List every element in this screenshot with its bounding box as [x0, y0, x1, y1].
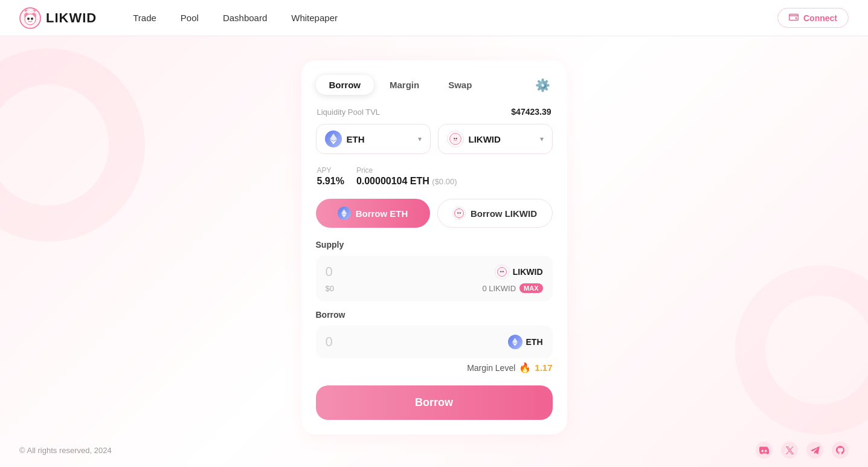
- borrow-asset-buttons: Borrow ETH Borrow LIKWID: [316, 199, 553, 228]
- svg-point-16: [497, 267, 506, 276]
- discord-icon[interactable]: [756, 442, 773, 459]
- borrow-likwid-button[interactable]: Borrow LIKWID: [437, 199, 553, 228]
- tab-margin[interactable]: Margin: [376, 75, 432, 95]
- borrow-eth-label: Borrow ETH: [356, 208, 408, 219]
- price-stat: Price 0.00000104 ETH ($0.00): [356, 166, 457, 187]
- stats-row: APY 5.91% Price 0.00000104 ETH ($0.00): [316, 166, 553, 187]
- token-select-eth[interactable]: ETH ▾: [316, 124, 431, 154]
- nav-trade[interactable]: Trade: [133, 13, 156, 23]
- pool-info: Liquidity Pool TVL $47423.39: [316, 107, 553, 117]
- apy-label: APY: [317, 166, 344, 175]
- svg-point-14: [457, 212, 458, 213]
- svg-point-10: [449, 134, 461, 145]
- likwid-icon: [447, 130, 464, 147]
- borrow-input-row: 0 ETH: [326, 334, 543, 350]
- footer-copyright: © All rights reserved, 2024: [19, 446, 112, 455]
- borrow-likwid-icon: [452, 207, 466, 220]
- github-icon[interactable]: [832, 442, 849, 459]
- supply-token-name: LIKWID: [513, 267, 543, 277]
- borrow-eth-icon: [338, 207, 351, 220]
- brand-name: LIKWID: [46, 10, 97, 26]
- borrow-section-label: Borrow: [316, 310, 553, 320]
- connect-button[interactable]: Connect: [777, 8, 849, 28]
- eth-icon: [325, 130, 342, 147]
- apy-value: 5.91%: [317, 176, 344, 187]
- supply-balance-row: 0 LIKWID MAX: [482, 283, 542, 293]
- nav-whitepaper[interactable]: Whitepaper: [291, 13, 338, 23]
- borrow-card: Borrow Margin Swap ⚙️ Liquidity Pool TVL…: [301, 60, 567, 434]
- borrow-token: ETH: [508, 335, 543, 349]
- supply-section-label: Supply: [316, 240, 553, 250]
- margin-level-row: Margin Level 🔥 1.17: [316, 362, 553, 373]
- telegram-icon[interactable]: [806, 442, 823, 459]
- supply-input-box: 0 LIKWID $0 0 LIKWID MAX: [316, 256, 553, 301]
- apy-stat: APY 5.91%: [317, 166, 344, 187]
- eth-chevron-icon: ▾: [418, 135, 422, 143]
- nav-dashboard[interactable]: Dashboard: [223, 13, 267, 23]
- svg-point-17: [500, 271, 501, 272]
- margin-level-label: Margin Level: [467, 363, 515, 373]
- footer: © All rights reserved, 2024: [0, 433, 868, 467]
- svg-point-3: [25, 14, 36, 25]
- supply-max-button[interactable]: MAX: [519, 283, 542, 293]
- supply-token-icon: [495, 265, 509, 279]
- gear-icon: ⚙️: [535, 79, 550, 92]
- footer-social-icons: [756, 442, 849, 459]
- borrow-token-name: ETH: [526, 337, 543, 347]
- pool-label: Liquidity Pool TVL: [317, 108, 381, 117]
- svg-point-5: [31, 18, 33, 20]
- wallet-icon: [789, 13, 799, 23]
- borrow-input-box: 0 ETH: [316, 326, 553, 358]
- svg-point-18: [502, 271, 503, 272]
- token-selectors: ETH ▾ LIKWID ▾: [316, 124, 553, 154]
- svg-rect-8: [789, 14, 799, 21]
- svg-point-15: [460, 212, 461, 213]
- token-select-likwid[interactable]: LIKWID ▾: [438, 124, 553, 154]
- borrow-submit-button[interactable]: Borrow: [316, 385, 553, 420]
- price-value: 0.00000104 ETH ($0.00): [356, 176, 457, 187]
- pool-value: $47423.39: [511, 107, 551, 117]
- svg-point-12: [455, 138, 457, 139]
- svg-point-13: [454, 208, 463, 217]
- price-eth: 0.00000104 ETH: [356, 176, 429, 186]
- likwid-chevron-icon: ▾: [540, 135, 544, 143]
- price-usd: ($0.00): [432, 177, 457, 186]
- nav-pool[interactable]: Pool: [181, 13, 199, 23]
- supply-balance: 0 LIKWID: [482, 284, 516, 293]
- tab-bar: Borrow Margin Swap ⚙️: [316, 75, 553, 95]
- supply-input-row: 0 LIKWID: [326, 264, 543, 280]
- nav-links: Trade Pool Dashboard Whitepaper: [133, 13, 777, 23]
- navbar: LIKWID Trade Pool Dashboard Whitepaper C…: [0, 0, 868, 36]
- supply-sub-row: $0 0 LIKWID MAX: [326, 283, 543, 293]
- borrow-likwid-label: Borrow LIKWID: [471, 208, 537, 219]
- eth-token-name: ETH: [347, 134, 413, 144]
- margin-level-value: 1.17: [535, 362, 552, 373]
- margin-level-icon: 🔥: [519, 362, 531, 373]
- main-content: Borrow Margin Swap ⚙️ Liquidity Pool TVL…: [0, 36, 868, 467]
- borrow-amount: 0: [326, 334, 508, 350]
- settings-button[interactable]: ⚙️: [533, 76, 553, 95]
- supply-token: LIKWID: [495, 265, 543, 279]
- likwid-token-name: LIKWID: [469, 134, 535, 144]
- svg-point-11: [454, 138, 455, 139]
- connect-label: Connect: [803, 13, 837, 23]
- tab-borrow[interactable]: Borrow: [316, 75, 375, 95]
- twitter-x-icon[interactable]: [781, 442, 798, 459]
- tab-swap[interactable]: Swap: [435, 75, 485, 95]
- logo[interactable]: LIKWID: [19, 7, 97, 29]
- supply-usd: $0: [326, 284, 334, 293]
- borrow-eth-button[interactable]: Borrow ETH: [316, 199, 430, 228]
- price-label: Price: [356, 166, 457, 175]
- supply-amount: 0: [326, 264, 495, 280]
- logo-icon: [19, 7, 41, 29]
- svg-point-4: [27, 18, 30, 20]
- borrow-token-icon: [508, 335, 522, 349]
- svg-point-9: [796, 18, 797, 19]
